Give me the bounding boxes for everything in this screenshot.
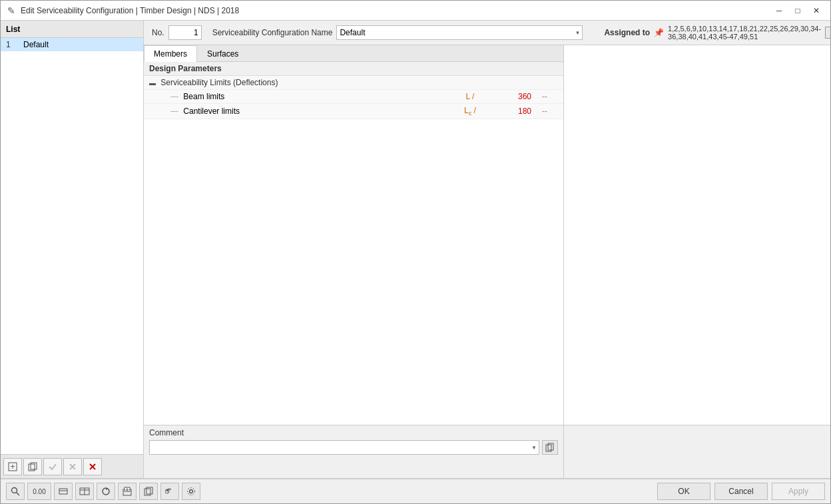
left-panel-toolbar: + xyxy=(1,454,143,478)
dialog-buttons: OK Cancel Apply xyxy=(657,483,825,500)
assigned-label: Assigned to xyxy=(604,28,650,37)
list-item[interactable]: 1 Default xyxy=(1,38,143,51)
tabs-bar: Members Surfaces xyxy=(144,45,563,62)
close-button[interactable]: ✕ xyxy=(808,4,825,17)
tab-members[interactable]: Members xyxy=(144,45,197,62)
name-select-wrapper: Default xyxy=(336,25,583,40)
delete-config-button[interactable] xyxy=(83,458,102,475)
no-section: No. xyxy=(152,25,202,40)
beam-formula-cell: L / xyxy=(443,90,497,104)
config-header-row: No. Serviceability Configuration Name De… xyxy=(144,21,830,45)
params-table: ▬ Serviceability Limits (Deflections) — … xyxy=(144,76,563,119)
content-area: Members Surfaces Design Parameters ▬ xyxy=(144,45,830,478)
left-panel: List 1 Default + xyxy=(1,21,144,478)
window-controls: ─ □ ✕ xyxy=(770,4,825,17)
no-input[interactable] xyxy=(168,25,202,40)
main-content: List 1 Default + xyxy=(1,21,830,503)
name-select[interactable]: Default xyxy=(336,25,583,40)
ok-button[interactable]: OK xyxy=(657,483,710,500)
list-items: 1 Default xyxy=(1,38,143,454)
dialog-body: List 1 Default + xyxy=(1,21,830,478)
no-label: No. xyxy=(152,28,164,37)
svg-rect-12 xyxy=(59,489,67,494)
comment-area: Comment xyxy=(144,425,563,478)
design-params-panel: Design Parameters ▬ Serviceability Limit… xyxy=(144,62,563,425)
add-config-button[interactable]: + xyxy=(3,458,22,475)
comment-copy-button[interactable] xyxy=(542,440,558,455)
assigned-icon: 📌 xyxy=(654,28,664,37)
cantilever-value-cell: 180 xyxy=(497,104,537,119)
comment-select[interactable] xyxy=(149,440,539,455)
beam-limits-label: — Beam limits xyxy=(144,90,443,104)
left-content: Members Surfaces Design Parameters ▬ xyxy=(144,45,564,478)
settings-button[interactable] xyxy=(182,483,200,500)
check-button[interactable] xyxy=(43,458,62,475)
beam-limits-row: — Beam limits L / 360 xyxy=(144,90,563,104)
svg-line-11 xyxy=(17,493,20,496)
assigned-edit-button[interactable] xyxy=(825,27,830,39)
minimize-button[interactable]: ─ xyxy=(770,4,788,17)
list-header: List xyxy=(1,21,143,38)
cantilever-limits-label: — Cantilever limits xyxy=(144,104,443,119)
export-button[interactable] xyxy=(118,483,137,500)
expand-icon[interactable]: ▬ xyxy=(149,79,156,87)
right-comment-area xyxy=(564,425,830,478)
copy-config-button[interactable] xyxy=(23,458,42,475)
list-item-name: Default xyxy=(23,40,49,49)
beam-suffix-cell: -- xyxy=(537,90,563,104)
assigned-values: 1,2,5,6,9,10,13,14,17,18,21,22,25,26,29,… xyxy=(668,25,821,41)
svg-point-10 xyxy=(12,488,17,493)
tab-surfaces[interactable]: Surfaces xyxy=(197,45,248,62)
refresh1-button[interactable] xyxy=(97,483,115,500)
main-window: ✎ Edit Serviceability Configuration | Ti… xyxy=(0,0,831,504)
right-empty-area xyxy=(564,45,830,425)
view2-button[interactable] xyxy=(75,483,94,500)
svg-point-24 xyxy=(190,490,193,493)
bottom-toolbar: 0.00 OK xyxy=(1,478,830,503)
search-button[interactable] xyxy=(6,483,25,500)
comment-input-wrapper xyxy=(149,440,558,455)
decimal-button[interactable]: 0.00 xyxy=(27,483,51,500)
assigned-section: Assigned to 📌 1,2,5,6,9,10,13,14,17,18,2… xyxy=(604,25,830,41)
comment-select-wrapper xyxy=(149,440,539,455)
window-icon: ✎ xyxy=(6,5,17,16)
beam-dash-icon: — xyxy=(170,92,178,101)
cantilever-dash-icon: — xyxy=(170,107,178,116)
window-title: Edit Serviceability Configuration | Timb… xyxy=(21,6,770,15)
undo-button[interactable] xyxy=(160,483,179,500)
title-bar: ✎ Edit Serviceability Configuration | Ti… xyxy=(1,1,830,21)
cantilever-formula-cell: Lc / xyxy=(443,104,497,119)
view1-button[interactable] xyxy=(54,483,73,500)
design-params-header: Design Parameters xyxy=(144,62,563,76)
copy-button[interactable] xyxy=(139,483,158,500)
maximize-button[interactable]: □ xyxy=(789,4,806,17)
name-section: Serviceability Configuration Name Defaul… xyxy=(212,25,583,40)
decimal-label: 0.00 xyxy=(33,488,45,495)
beam-value-cell: 360 xyxy=(497,90,537,104)
svg-text:+: + xyxy=(10,462,15,471)
serviceability-limits-row: ▬ Serviceability Limits (Deflections) xyxy=(144,76,563,90)
cantilever-limits-row: — Cantilever limits Lc / 180 xyxy=(144,104,563,119)
list-item-num: 1 xyxy=(6,40,19,49)
apply-button[interactable]: Apply xyxy=(772,483,825,500)
right-content xyxy=(564,45,830,478)
serviceability-limits-label: Serviceability Limits (Deflections) xyxy=(160,78,278,87)
name-label: Serviceability Configuration Name xyxy=(212,28,333,37)
cantilever-suffix-cell: -- xyxy=(537,104,563,119)
uncheck-button[interactable] xyxy=(63,458,82,475)
right-panel: No. Serviceability Configuration Name De… xyxy=(144,21,830,478)
cancel-button[interactable]: Cancel xyxy=(714,483,768,500)
comment-label: Comment xyxy=(149,428,558,437)
svg-point-25 xyxy=(188,488,195,495)
